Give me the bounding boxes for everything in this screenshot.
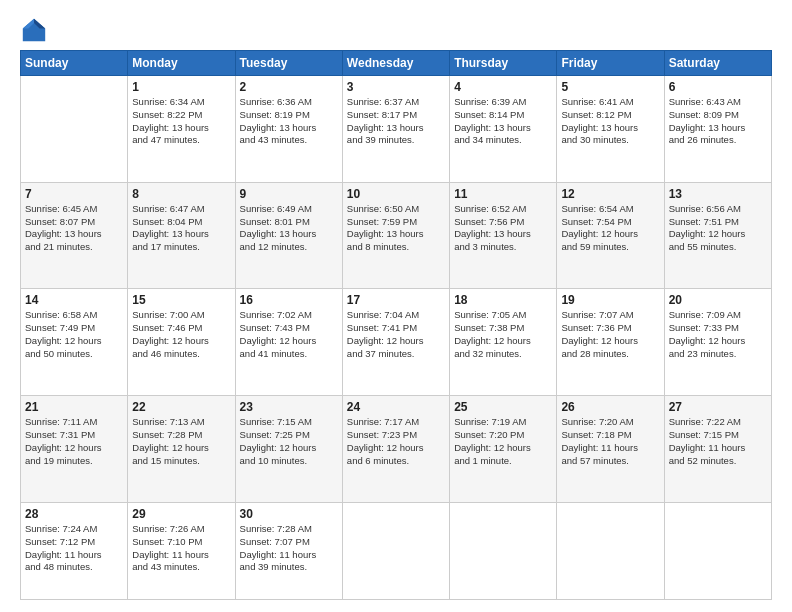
day-header-tuesday: Tuesday	[235, 51, 342, 76]
day-info: Sunrise: 7:17 AM Sunset: 7:23 PM Dayligh…	[347, 416, 445, 467]
table-row: 18Sunrise: 7:05 AM Sunset: 7:38 PM Dayli…	[450, 289, 557, 396]
day-number: 28	[25, 507, 123, 521]
day-info: Sunrise: 6:37 AM Sunset: 8:17 PM Dayligh…	[347, 96, 445, 147]
day-info: Sunrise: 6:54 AM Sunset: 7:54 PM Dayligh…	[561, 203, 659, 254]
day-number: 20	[669, 293, 767, 307]
day-number: 5	[561, 80, 659, 94]
day-number: 13	[669, 187, 767, 201]
table-row: 7Sunrise: 6:45 AM Sunset: 8:07 PM Daylig…	[21, 182, 128, 289]
day-number: 6	[669, 80, 767, 94]
day-info: Sunrise: 7:13 AM Sunset: 7:28 PM Dayligh…	[132, 416, 230, 467]
day-header-saturday: Saturday	[664, 51, 771, 76]
table-row	[664, 502, 771, 599]
table-row: 22Sunrise: 7:13 AM Sunset: 7:28 PM Dayli…	[128, 396, 235, 503]
table-row: 20Sunrise: 7:09 AM Sunset: 7:33 PM Dayli…	[664, 289, 771, 396]
day-number: 12	[561, 187, 659, 201]
day-number: 14	[25, 293, 123, 307]
day-info: Sunrise: 7:11 AM Sunset: 7:31 PM Dayligh…	[25, 416, 123, 467]
day-info: Sunrise: 6:49 AM Sunset: 8:01 PM Dayligh…	[240, 203, 338, 254]
day-info: Sunrise: 7:05 AM Sunset: 7:38 PM Dayligh…	[454, 309, 552, 360]
table-row: 24Sunrise: 7:17 AM Sunset: 7:23 PM Dayli…	[342, 396, 449, 503]
table-row: 28Sunrise: 7:24 AM Sunset: 7:12 PM Dayli…	[21, 502, 128, 599]
day-header-thursday: Thursday	[450, 51, 557, 76]
day-info: Sunrise: 6:34 AM Sunset: 8:22 PM Dayligh…	[132, 96, 230, 147]
day-number: 23	[240, 400, 338, 414]
day-number: 18	[454, 293, 552, 307]
table-row: 4Sunrise: 6:39 AM Sunset: 8:14 PM Daylig…	[450, 76, 557, 183]
table-row: 3Sunrise: 6:37 AM Sunset: 8:17 PM Daylig…	[342, 76, 449, 183]
table-row: 19Sunrise: 7:07 AM Sunset: 7:36 PM Dayli…	[557, 289, 664, 396]
day-number: 26	[561, 400, 659, 414]
table-row: 16Sunrise: 7:02 AM Sunset: 7:43 PM Dayli…	[235, 289, 342, 396]
day-info: Sunrise: 7:26 AM Sunset: 7:10 PM Dayligh…	[132, 523, 230, 574]
calendar: SundayMondayTuesdayWednesdayThursdayFrid…	[20, 50, 772, 600]
day-number: 8	[132, 187, 230, 201]
week-row-4: 28Sunrise: 7:24 AM Sunset: 7:12 PM Dayli…	[21, 502, 772, 599]
table-row: 23Sunrise: 7:15 AM Sunset: 7:25 PM Dayli…	[235, 396, 342, 503]
table-row: 30Sunrise: 7:28 AM Sunset: 7:07 PM Dayli…	[235, 502, 342, 599]
week-row-3: 21Sunrise: 7:11 AM Sunset: 7:31 PM Dayli…	[21, 396, 772, 503]
day-number: 30	[240, 507, 338, 521]
table-row	[450, 502, 557, 599]
table-row: 29Sunrise: 7:26 AM Sunset: 7:10 PM Dayli…	[128, 502, 235, 599]
logo	[20, 16, 52, 44]
day-info: Sunrise: 7:28 AM Sunset: 7:07 PM Dayligh…	[240, 523, 338, 574]
table-row: 27Sunrise: 7:22 AM Sunset: 7:15 PM Dayli…	[664, 396, 771, 503]
day-number: 17	[347, 293, 445, 307]
day-info: Sunrise: 6:52 AM Sunset: 7:56 PM Dayligh…	[454, 203, 552, 254]
day-info: Sunrise: 6:41 AM Sunset: 8:12 PM Dayligh…	[561, 96, 659, 147]
day-header-friday: Friday	[557, 51, 664, 76]
day-number: 27	[669, 400, 767, 414]
day-number: 7	[25, 187, 123, 201]
table-row: 1Sunrise: 6:34 AM Sunset: 8:22 PM Daylig…	[128, 76, 235, 183]
day-number: 15	[132, 293, 230, 307]
day-number: 3	[347, 80, 445, 94]
table-row: 8Sunrise: 6:47 AM Sunset: 8:04 PM Daylig…	[128, 182, 235, 289]
table-row: 13Sunrise: 6:56 AM Sunset: 7:51 PM Dayli…	[664, 182, 771, 289]
day-info: Sunrise: 6:43 AM Sunset: 8:09 PM Dayligh…	[669, 96, 767, 147]
day-number: 9	[240, 187, 338, 201]
day-info: Sunrise: 7:09 AM Sunset: 7:33 PM Dayligh…	[669, 309, 767, 360]
day-number: 25	[454, 400, 552, 414]
day-info: Sunrise: 6:47 AM Sunset: 8:04 PM Dayligh…	[132, 203, 230, 254]
day-info: Sunrise: 6:45 AM Sunset: 8:07 PM Dayligh…	[25, 203, 123, 254]
table-row: 2Sunrise: 6:36 AM Sunset: 8:19 PM Daylig…	[235, 76, 342, 183]
day-number: 24	[347, 400, 445, 414]
week-row-1: 7Sunrise: 6:45 AM Sunset: 8:07 PM Daylig…	[21, 182, 772, 289]
day-info: Sunrise: 7:19 AM Sunset: 7:20 PM Dayligh…	[454, 416, 552, 467]
table-row: 9Sunrise: 6:49 AM Sunset: 8:01 PM Daylig…	[235, 182, 342, 289]
day-number: 10	[347, 187, 445, 201]
day-number: 2	[240, 80, 338, 94]
table-row: 11Sunrise: 6:52 AM Sunset: 7:56 PM Dayli…	[450, 182, 557, 289]
table-row: 26Sunrise: 7:20 AM Sunset: 7:18 PM Dayli…	[557, 396, 664, 503]
table-row	[342, 502, 449, 599]
header	[20, 16, 772, 44]
day-info: Sunrise: 7:07 AM Sunset: 7:36 PM Dayligh…	[561, 309, 659, 360]
day-info: Sunrise: 7:15 AM Sunset: 7:25 PM Dayligh…	[240, 416, 338, 467]
day-number: 1	[132, 80, 230, 94]
table-row: 25Sunrise: 7:19 AM Sunset: 7:20 PM Dayli…	[450, 396, 557, 503]
table-row: 12Sunrise: 6:54 AM Sunset: 7:54 PM Dayli…	[557, 182, 664, 289]
day-info: Sunrise: 7:00 AM Sunset: 7:46 PM Dayligh…	[132, 309, 230, 360]
day-header-monday: Monday	[128, 51, 235, 76]
day-header-wednesday: Wednesday	[342, 51, 449, 76]
table-row: 21Sunrise: 7:11 AM Sunset: 7:31 PM Dayli…	[21, 396, 128, 503]
page: SundayMondayTuesdayWednesdayThursdayFrid…	[0, 0, 792, 612]
day-number: 19	[561, 293, 659, 307]
day-number: 16	[240, 293, 338, 307]
day-header-sunday: Sunday	[21, 51, 128, 76]
table-row: 14Sunrise: 6:58 AM Sunset: 7:49 PM Dayli…	[21, 289, 128, 396]
day-info: Sunrise: 7:04 AM Sunset: 7:41 PM Dayligh…	[347, 309, 445, 360]
day-info: Sunrise: 7:22 AM Sunset: 7:15 PM Dayligh…	[669, 416, 767, 467]
day-info: Sunrise: 7:24 AM Sunset: 7:12 PM Dayligh…	[25, 523, 123, 574]
week-row-0: 1Sunrise: 6:34 AM Sunset: 8:22 PM Daylig…	[21, 76, 772, 183]
table-row: 15Sunrise: 7:00 AM Sunset: 7:46 PM Dayli…	[128, 289, 235, 396]
table-row: 17Sunrise: 7:04 AM Sunset: 7:41 PM Dayli…	[342, 289, 449, 396]
day-info: Sunrise: 6:50 AM Sunset: 7:59 PM Dayligh…	[347, 203, 445, 254]
day-number: 22	[132, 400, 230, 414]
day-info: Sunrise: 7:02 AM Sunset: 7:43 PM Dayligh…	[240, 309, 338, 360]
day-number: 11	[454, 187, 552, 201]
day-info: Sunrise: 6:39 AM Sunset: 8:14 PM Dayligh…	[454, 96, 552, 147]
table-row: 10Sunrise: 6:50 AM Sunset: 7:59 PM Dayli…	[342, 182, 449, 289]
day-number: 4	[454, 80, 552, 94]
